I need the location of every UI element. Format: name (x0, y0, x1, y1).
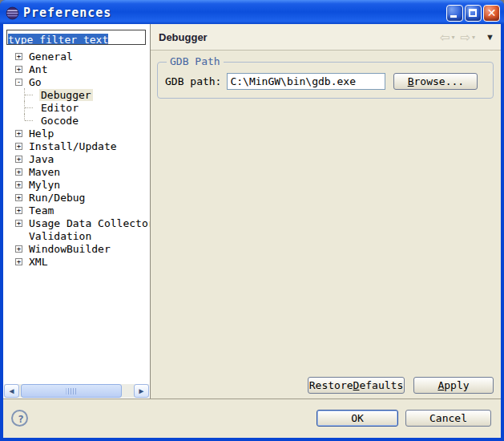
tree-item-gocode[interactable]: Gocode (3, 114, 150, 127)
tree-item-label: Usage Data Collector (27, 217, 151, 229)
tree: +General+Ant-GoDebuggerEditorGocode+Help… (3, 50, 150, 268)
view-menu-icon[interactable]: ▼ (486, 32, 494, 42)
tree-item-label: Ant (27, 63, 49, 75)
dialog-footer: ? OK Cancel (3, 399, 501, 438)
tree-connector (24, 88, 34, 101)
expand-icon[interactable]: + (15, 168, 22, 176)
tree-item-label: Run/Debug (27, 192, 87, 204)
tree-item-install-update[interactable]: +Install/Update (3, 140, 150, 152)
tree-item-label: Maven (27, 166, 62, 178)
page-header: Debugger ⇦ ▾ ⇨ ▾ ▼ (151, 24, 501, 51)
expand-icon[interactable]: + (15, 143, 22, 150)
tree-item-team[interactable]: +Team (3, 204, 150, 216)
expand-icon[interactable]: + (15, 130, 22, 137)
tree-item-windowbuilder[interactable]: +WindowBuilder (3, 242, 150, 255)
tree-item-label: Validation (27, 230, 93, 242)
expand-icon[interactable]: + (15, 220, 22, 227)
preferences-dialog: Preferences ✕ type filter text +General+… (0, 0, 504, 441)
group-title: GDB Path (167, 55, 224, 67)
collapse-icon[interactable]: - (15, 79, 22, 86)
tree-item-go[interactable]: -Go (3, 75, 150, 88)
help-button[interactable]: ? (11, 410, 28, 427)
help-icon: ? (18, 413, 24, 425)
tree-item-ant[interactable]: +Ant (3, 63, 150, 75)
tree-item-label: WindowBuilder (27, 243, 112, 255)
tree-item-debugger[interactable]: Debugger (3, 88, 150, 101)
forward-history-dropdown-icon[interactable]: ▾ (472, 34, 475, 41)
tree-item-general[interactable]: +General (3, 50, 150, 63)
tree-connector (24, 101, 34, 114)
expand-icon[interactable]: + (15, 207, 22, 214)
cancel-button[interactable]: Cancel (405, 410, 491, 427)
scrollbar-track[interactable] (122, 384, 134, 398)
minimize-button[interactable] (446, 5, 463, 22)
window-title: Preferences (23, 6, 445, 20)
scrollbar-thumb[interactable] (21, 384, 122, 398)
apply-button[interactable]: Apply (413, 377, 494, 394)
back-history-dropdown-icon[interactable]: ▾ (452, 34, 455, 41)
expand-icon[interactable]: + (15, 156, 22, 163)
gdb-path-label: GDB path: (165, 75, 221, 87)
page-buttons: Restore Defaults Apply (308, 377, 494, 394)
close-icon: ✕ (484, 6, 499, 21)
page-title: Debugger (159, 31, 440, 43)
eclipse-logo-icon (6, 6, 19, 20)
page-body: GDB Path GDB path: Browse... Restore Def… (151, 51, 501, 399)
tree-item-label: Help (27, 127, 55, 140)
scrollbar-grip-icon (67, 388, 77, 394)
preferences-tree-panel: type filter text +General+Ant-GoDebugger… (3, 24, 151, 399)
footer-buttons: OK Cancel (317, 410, 491, 427)
dialog-content: type filter text +General+Ant-GoDebugger… (3, 24, 501, 438)
back-icon[interactable]: ⇦ (440, 31, 450, 43)
tree-item-label: Gocode (39, 115, 80, 127)
tree-item-label: Editor (39, 102, 80, 114)
preference-page: Debugger ⇦ ▾ ⇨ ▾ ▼ GDB Path GDB path: (151, 24, 501, 399)
main-area: type filter text +General+Ant-GoDebugger… (3, 24, 501, 399)
filter-input-selected-text: type filter text (8, 34, 108, 45)
tree-item-label: Install/Update (27, 140, 119, 152)
close-button[interactable]: ✕ (483, 5, 500, 22)
tree-item-maven[interactable]: +Maven (3, 165, 150, 178)
tree-item-label: General (27, 51, 75, 63)
ok-button[interactable]: OK (317, 410, 398, 427)
gdb-path-input[interactable] (227, 73, 385, 90)
expand-icon[interactable]: + (15, 181, 22, 188)
tree-item-help[interactable]: +Help (3, 127, 150, 140)
page-navigation: ⇦ ▾ ⇨ ▾ ▼ (440, 31, 494, 43)
tree-item-label: Go (27, 76, 43, 88)
browse-button[interactable]: Browse... (393, 73, 478, 90)
tree-item-usage-data-collector[interactable]: +Usage Data Collector (3, 216, 150, 229)
titlebar[interactable]: Preferences ✕ (0, 0, 504, 24)
maximize-button[interactable] (465, 5, 482, 22)
gdb-path-group: GDB Path GDB path: Browse... (157, 62, 494, 99)
tree-item-label: Java (27, 153, 55, 165)
horizontal-scrollbar[interactable]: ◄ ► (4, 384, 149, 398)
gdb-path-row: GDB path: Browse... (165, 73, 486, 90)
tree-item-validation[interactable]: Validation (3, 229, 150, 242)
tree-item-label: Mylyn (27, 179, 62, 191)
expand-icon[interactable]: + (15, 245, 22, 253)
expand-icon[interactable]: + (15, 53, 22, 60)
scroll-left-button[interactable]: ◄ (4, 384, 19, 398)
scroll-right-button[interactable]: ► (134, 384, 149, 398)
forward-icon[interactable]: ⇨ (461, 31, 471, 43)
tree-item-label: XML (27, 256, 49, 268)
restore-defaults-button[interactable]: Restore Defaults (308, 377, 405, 394)
tree-item-xml[interactable]: +XML (3, 255, 150, 268)
tree-connector (24, 114, 34, 127)
maximize-icon (469, 9, 477, 17)
expand-icon[interactable]: + (15, 258, 22, 265)
tree-item-editor[interactable]: Editor (3, 101, 150, 114)
expand-icon[interactable]: + (15, 194, 22, 201)
tree-item-mylyn[interactable]: +Mylyn (3, 178, 150, 191)
expand-icon[interactable]: + (15, 66, 22, 73)
tree-item-run-debug[interactable]: +Run/Debug (3, 191, 150, 204)
tree-item-java[interactable]: +Java (3, 152, 150, 165)
minimize-icon (450, 15, 457, 18)
tree-item-label: Debugger (39, 89, 93, 101)
tree-item-label: Team (27, 204, 55, 216)
filter-input[interactable]: type filter text (6, 30, 146, 45)
